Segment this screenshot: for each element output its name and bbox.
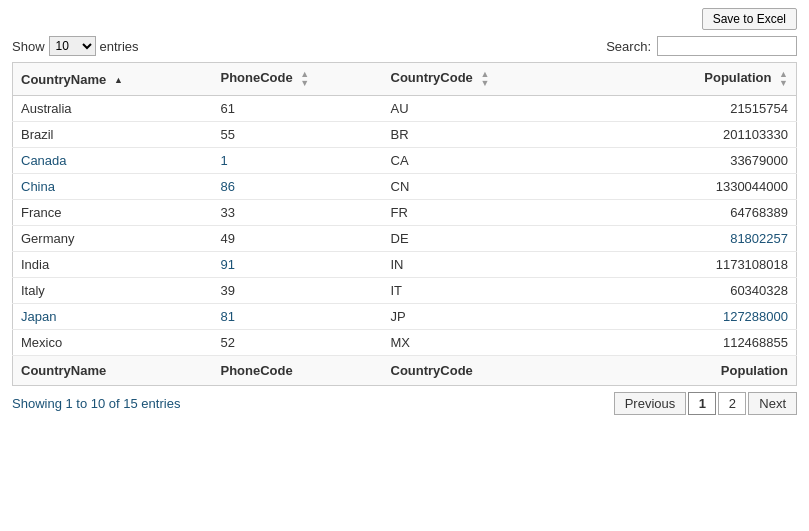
save-to-excel-button[interactable]: Save to Excel (702, 8, 797, 30)
cell-code: FR (383, 200, 553, 226)
cell-code: DE (383, 226, 553, 252)
cell-phone[interactable]: 86 (213, 174, 383, 200)
cell-country: Germany (13, 226, 213, 252)
cell-country: Brazil (13, 122, 213, 148)
col-footer-code: CountryCode (383, 356, 553, 386)
data-table: CountryName ▲ PhoneCode ▲▼ CountryCode ▲… (12, 62, 797, 386)
cell-population: 60340328 (553, 278, 797, 304)
cell-code: JP (383, 304, 553, 330)
cell-phone: 49 (213, 226, 383, 252)
cell-country: Italy (13, 278, 213, 304)
cell-phone: 39 (213, 278, 383, 304)
cell-phone: 61 (213, 96, 383, 122)
table-body: Australia61AU21515754Brazil55BR201103330… (13, 96, 797, 356)
cell-population[interactable]: 81802257 (553, 226, 797, 252)
cell-phone: 55 (213, 122, 383, 148)
table-row: China86CN1330044000 (13, 174, 797, 200)
cell-phone[interactable]: 91 (213, 252, 383, 278)
show-label: Show (12, 39, 45, 54)
cell-code: IT (383, 278, 553, 304)
page-1-button[interactable]: 1 (688, 392, 716, 415)
sort-icon-code: ▲▼ (480, 70, 489, 88)
cell-population: 64768389 (553, 200, 797, 226)
table-row: Mexico52MX112468855 (13, 330, 797, 356)
table-footer-row: CountryName PhoneCode CountryCode Popula… (13, 356, 797, 386)
table-row: Australia61AU21515754 (13, 96, 797, 122)
cell-code: CN (383, 174, 553, 200)
cell-country: Mexico (13, 330, 213, 356)
cell-population: 201103330 (553, 122, 797, 148)
pagination-control: Previous 1 2 Next (614, 392, 797, 415)
table-row: Canada1CA33679000 (13, 148, 797, 174)
cell-phone[interactable]: 81 (213, 304, 383, 330)
search-input[interactable] (657, 36, 797, 56)
col-header-country[interactable]: CountryName ▲ (13, 63, 213, 96)
table-row: India91IN1173108018 (13, 252, 797, 278)
next-button[interactable]: Next (748, 392, 797, 415)
showing-entries-text: Showing 1 to 10 of 15 entries (12, 396, 180, 411)
table-row: Italy39IT60340328 (13, 278, 797, 304)
cell-phone[interactable]: 1 (213, 148, 383, 174)
cell-population: 33679000 (553, 148, 797, 174)
cell-phone: 33 (213, 200, 383, 226)
cell-code: MX (383, 330, 553, 356)
cell-country: India (13, 252, 213, 278)
cell-population: 112468855 (553, 330, 797, 356)
entries-label: entries (100, 39, 139, 54)
cell-country[interactable]: Canada (13, 148, 213, 174)
entries-select[interactable]: 10 5 25 50 100 (49, 36, 96, 56)
table-row: Germany49DE81802257 (13, 226, 797, 252)
cell-population[interactable]: 127288000 (553, 304, 797, 330)
sort-icon-country: ▲ (114, 76, 123, 85)
previous-button[interactable]: Previous (614, 392, 687, 415)
col-header-code[interactable]: CountryCode ▲▼ (383, 63, 553, 96)
col-header-pop[interactable]: Population ▲▼ (553, 63, 797, 96)
col-footer-phone: PhoneCode (213, 356, 383, 386)
col-footer-pop: Population (553, 356, 797, 386)
search-label: Search: (606, 39, 651, 54)
table-header-row: CountryName ▲ PhoneCode ▲▼ CountryCode ▲… (13, 63, 797, 96)
page-2-button[interactable]: 2 (718, 392, 746, 415)
table-row: Brazil55BR201103330 (13, 122, 797, 148)
sort-icon-phone: ▲▼ (300, 70, 309, 88)
cell-country: Australia (13, 96, 213, 122)
cell-code: BR (383, 122, 553, 148)
cell-country: France (13, 200, 213, 226)
show-entries-control: Show 10 5 25 50 100 entries (12, 36, 139, 56)
col-footer-country: CountryName (13, 356, 213, 386)
col-header-phone[interactable]: PhoneCode ▲▼ (213, 63, 383, 96)
cell-code: IN (383, 252, 553, 278)
cell-code: CA (383, 148, 553, 174)
sort-icon-pop: ▲▼ (779, 70, 788, 88)
cell-country[interactable]: China (13, 174, 213, 200)
cell-phone: 52 (213, 330, 383, 356)
table-row: Japan81JP127288000 (13, 304, 797, 330)
search-control: Search: (606, 36, 797, 56)
cell-country[interactable]: Japan (13, 304, 213, 330)
cell-population: 1173108018 (553, 252, 797, 278)
cell-population: 21515754 (553, 96, 797, 122)
cell-code: AU (383, 96, 553, 122)
table-row: France33FR64768389 (13, 200, 797, 226)
cell-population: 1330044000 (553, 174, 797, 200)
